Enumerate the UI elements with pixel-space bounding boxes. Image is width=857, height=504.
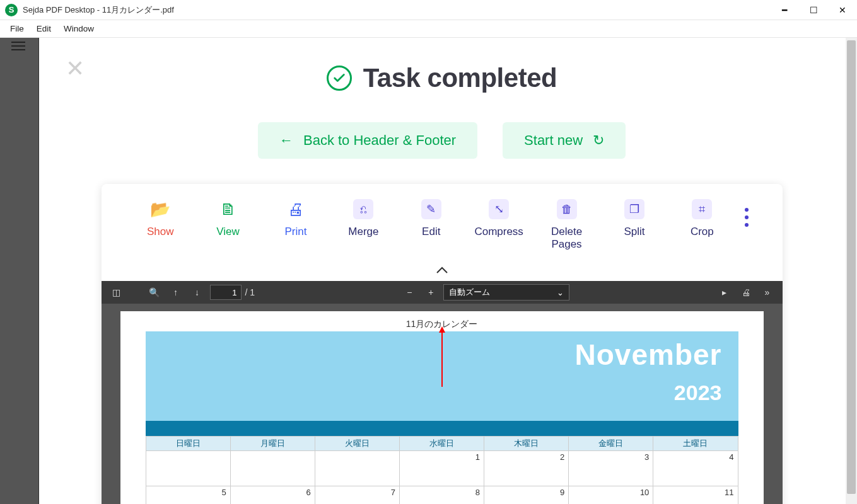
split-button[interactable]: ❐Split [609,199,660,238]
left-gutter [0,38,39,504]
crop-button[interactable]: ⌗Crop [677,199,727,238]
start-new-button[interactable]: Start new ↻ [503,122,626,159]
hamburger-icon[interactable] [11,45,25,47]
zoom-out-button[interactable]: − [400,284,418,301]
pdf-toolbar: ◫ 🔍 ↑ ↓ / 1 − + 自動ズーム ⌄ ▸ 🖨 [102,281,783,304]
scrollbar-thumb[interactable] [847,40,856,494]
pdf-print-button[interactable]: 🖨 [737,284,755,301]
pdf-viewer: ◫ 🔍 ↑ ↓ / 1 − + 自動ズーム ⌄ ▸ 🖨 [102,281,783,504]
split-icon: ❐ [624,199,644,219]
action-toolbar: 📂Show 🗎View 🖨Print ⎌Merge ✎Edit ⤡Compres… [102,184,783,260]
calendar-row: 567891011 [146,486,738,505]
calendar-year: 2023 [146,381,722,405]
sidebar-toggle-button[interactable]: ◫ [108,284,125,301]
back-button-label: Back to Header & Footer [303,132,456,149]
show-button[interactable]: 📂Show [135,199,185,238]
hero-title: Task completed [363,63,557,93]
next-page-button[interactable]: ↓ [189,284,206,301]
chevron-down-icon: ⌄ [557,288,564,297]
trash-icon: 🗑 [557,199,577,219]
zoom-select[interactable]: 自動ズーム ⌄ [443,284,569,301]
chevron-up-icon [436,266,448,274]
crop-icon: ⌗ [692,199,712,219]
minimize-button[interactable]: ━ [770,0,799,20]
page-number-input[interactable] [210,285,242,300]
edit-button[interactable]: ✎Edit [406,199,457,238]
file-icon: 🗎 [218,199,238,219]
menu-window[interactable]: Window [57,21,100,36]
close-overlay-button[interactable]: ✕ [66,55,85,82]
print-button[interactable]: 🖨Print [271,199,321,238]
zoom-select-label: 自動ズーム [449,287,490,298]
calendar-strip [146,421,738,436]
calendar-header-row: 日曜日 月曜日 火曜日 水曜日 木曜日 金曜日 土曜日 [146,437,738,451]
delete-pages-button[interactable]: 🗑DeletePages [542,199,592,251]
compress-icon: ⤡ [489,199,509,219]
menubar: File Edit Window [0,20,857,38]
vertical-scrollbar[interactable] [846,38,857,504]
calendar-row: 1234 [146,451,738,486]
window-title: Sejda PDF Desktop - 11月カレンダー.pdf [23,4,174,16]
window-titlebar: S Sejda PDF Desktop - 11月カレンダー.pdf ━ ☐ ✕ [0,0,857,20]
merge-icon: ⎌ [353,199,373,219]
more-actions-button[interactable] [745,199,749,227]
menu-file[interactable]: File [4,21,30,36]
calendar-month: November [146,338,722,372]
annotation-arrow [441,328,443,387]
maximize-button[interactable]: ☐ [799,0,828,20]
printer-icon: 🖨 [286,199,306,219]
success-check-icon [327,66,352,91]
app-icon: S [5,4,18,16]
result-card: 📂Show 🗎View 🖨Print ⎌Merge ✎Edit ⤡Compres… [102,184,783,504]
arrow-left-icon: ← [279,132,293,149]
search-button[interactable]: 🔍 [146,284,163,301]
collapse-toolbar-button[interactable] [102,260,783,281]
zoom-in-button[interactable]: + [422,284,440,301]
refresh-icon: ↻ [593,132,604,149]
view-button[interactable]: 🗎View [203,199,254,238]
back-button[interactable]: ← Back to Header & Footer [258,122,477,159]
menu-edit[interactable]: Edit [30,21,57,36]
presentation-button[interactable]: ▸ [716,284,733,301]
pdf-page: 11月のカレンダー November 2023 日曜日 月曜日 火曜日 水曜日 … [120,311,764,504]
prev-page-button[interactable]: ↑ [167,284,185,301]
merge-button[interactable]: ⎌Merge [338,199,388,238]
close-window-button[interactable]: ✕ [828,0,857,20]
pdf-more-button[interactable]: » [759,284,776,301]
page-total-label: / 1 [245,287,255,297]
folder-open-icon: 📂 [150,199,170,219]
start-new-label: Start new [524,132,583,149]
compress-button[interactable]: ⤡Compress [474,199,524,238]
pencil-icon: ✎ [421,199,441,219]
result-overlay: ✕ Task completed ← Back to Header & Foot… [39,38,844,504]
hero: Task completed [39,63,844,93]
calendar-table: 日曜日 月曜日 火曜日 水曜日 木曜日 金曜日 土曜日 1234 567 [146,436,738,504]
